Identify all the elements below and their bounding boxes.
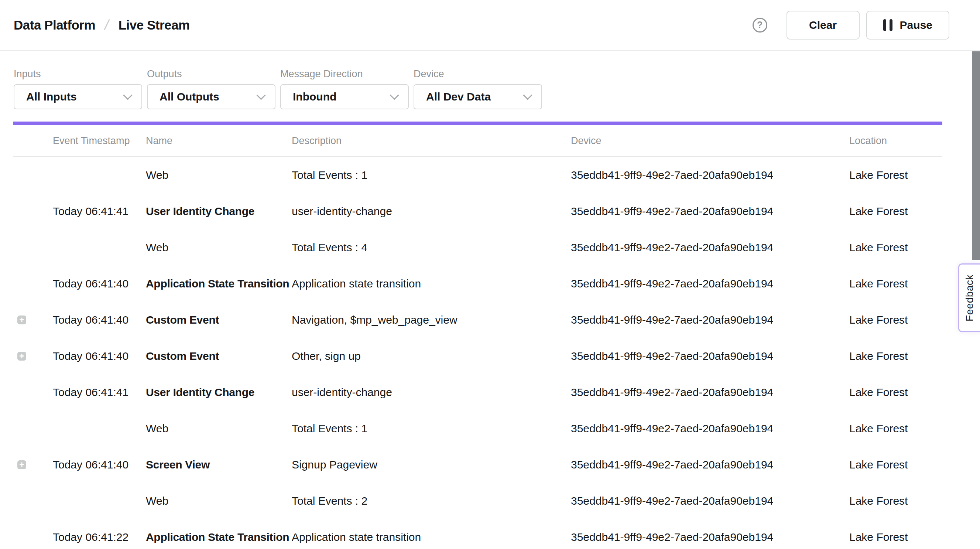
breadcrumb-section[interactable]: Data Platform: [14, 18, 95, 32]
help-icon[interactable]: ?: [752, 18, 767, 32]
table-row[interactable]: + Today 06:41:40 Application State Trans…: [13, 266, 942, 302]
event-description-cell: Application state transition: [292, 278, 571, 290]
table-row[interactable]: + Web Total Events : 4 35eddb41-9ff9-49e…: [13, 230, 942, 266]
event-device-cell: 35eddb41-9ff9-49e2-7aed-20afa90eb194: [571, 205, 849, 218]
event-description-cell: Navigation, $mp_web_page_view: [292, 314, 571, 326]
event-location-cell: Lake Forest: [849, 241, 942, 254]
event-name-cell: Custom Event: [146, 350, 292, 362]
table-row[interactable]: + Web Total Events : 1 35eddb41-9ff9-49e…: [13, 410, 942, 447]
feedback-tab[interactable]: Feedback: [958, 263, 980, 332]
expand-cell: +: [13, 533, 53, 542]
event-name-cell: Application State Transition: [146, 531, 292, 543]
clear-button[interactable]: Clear: [786, 11, 860, 40]
expand-cell: +: [13, 460, 53, 469]
event-description-cell: Other, sign up: [292, 350, 571, 362]
event-location-cell: Lake Forest: [849, 458, 942, 471]
event-description-cell: user-identity-change: [292, 386, 571, 399]
column-header-location: Location: [849, 135, 942, 147]
event-location-cell: Lake Forest: [849, 495, 942, 507]
column-header-device: Device: [571, 135, 849, 147]
filter-inputs: Inputs All Inputs: [14, 69, 142, 109]
event-location-cell: Lake Forest: [849, 314, 942, 326]
chevron-down-icon: [123, 91, 132, 100]
event-name-cell: User Identity Change: [146, 386, 292, 399]
event-description-cell: Total Events : 1: [292, 169, 571, 181]
chevron-down-icon: [256, 91, 266, 100]
event-location-cell: Lake Forest: [849, 205, 942, 218]
expand-cell: +: [13, 243, 53, 252]
chevron-down-icon: [390, 91, 399, 100]
table-row[interactable]: + Web Total Events : 1 35eddb41-9ff9-49e…: [13, 157, 942, 193]
top-bar: Data Platform / Live Stream ? Clear Paus…: [0, 0, 980, 51]
outputs-select[interactable]: All Outputs: [147, 84, 275, 109]
message-direction-select[interactable]: Inbound: [280, 84, 409, 109]
breadcrumb-separator-icon: /: [103, 17, 110, 33]
inputs-select-value: All Inputs: [26, 91, 77, 103]
expand-row-button[interactable]: +: [18, 352, 26, 361]
event-device-cell: 35eddb41-9ff9-49e2-7aed-20afa90eb194: [571, 458, 849, 471]
table-row[interactable]: + Today 06:41:22 Application State Trans…: [13, 519, 942, 549]
scrollbar-thumb[interactable]: [972, 51, 980, 260]
event-timestamp-cell: Today 06:41:40: [53, 278, 146, 290]
table-header: Event Timestamp Name Description Device …: [13, 125, 942, 157]
event-timestamp-cell: Today 06:41:40: [53, 314, 146, 326]
filter-message-direction: Message Direction Inbound: [280, 69, 409, 109]
topbar-actions: ? Clear Pause: [752, 11, 949, 40]
event-location-cell: Lake Forest: [849, 350, 942, 362]
device-select[interactable]: All Dev Data: [414, 84, 542, 109]
expand-cell: +: [13, 424, 53, 433]
event-name-cell: Web: [146, 241, 292, 254]
inputs-select[interactable]: All Inputs: [14, 84, 142, 109]
event-description-cell: Total Events : 1: [292, 422, 571, 435]
table-row[interactable]: + Today 06:41:40 Screen View Signup Page…: [13, 447, 942, 483]
event-description-cell: Total Events : 4: [292, 241, 571, 254]
column-header-description: Description: [292, 135, 571, 147]
device-select-value: All Dev Data: [426, 91, 491, 103]
outputs-select-value: All Outputs: [159, 91, 220, 103]
breadcrumb: Data Platform / Live Stream: [14, 17, 190, 33]
event-name-cell: Custom Event: [146, 314, 292, 326]
message-direction-select-value: Inbound: [293, 91, 336, 103]
filter-device: Device All Dev Data: [414, 69, 542, 109]
filter-outputs: Outputs All Outputs: [147, 69, 275, 109]
filter-message-direction-label: Message Direction: [280, 69, 409, 80]
event-name-cell: Web: [146, 495, 292, 507]
pause-icon: [883, 19, 892, 31]
expand-cell: +: [13, 171, 53, 180]
table-row[interactable]: + Today 06:41:41 User Identity Change us…: [13, 374, 942, 410]
event-name-cell: Screen View: [146, 458, 292, 471]
table-row[interactable]: + Today 06:41:40 Custom Event Navigation…: [13, 302, 942, 338]
event-location-cell: Lake Forest: [849, 386, 942, 399]
expand-cell: +: [13, 279, 53, 288]
table-body: + Web Total Events : 1 35eddb41-9ff9-49e…: [0, 157, 980, 549]
event-device-cell: 35eddb41-9ff9-49e2-7aed-20afa90eb194: [571, 314, 849, 326]
table-row[interactable]: + Today 06:41:40 Custom Event Other, sig…: [13, 338, 942, 374]
feedback-tab-label: Feedback: [964, 274, 975, 321]
event-device-cell: 35eddb41-9ff9-49e2-7aed-20afa90eb194: [571, 278, 849, 290]
plus-icon: +: [19, 461, 24, 469]
chevron-down-icon: [523, 91, 532, 100]
column-header-name: Name: [146, 135, 292, 147]
clear-button-label: Clear: [809, 19, 837, 31]
filter-outputs-label: Outputs: [147, 69, 275, 80]
expand-cell: +: [13, 207, 53, 216]
table-row[interactable]: + Today 06:41:41 User Identity Change us…: [13, 193, 942, 230]
pause-button[interactable]: Pause: [866, 11, 949, 40]
event-name-cell: Application State Transition: [146, 278, 292, 290]
filter-device-label: Device: [414, 69, 542, 80]
event-location-cell: Lake Forest: [849, 278, 942, 290]
event-timestamp-cell: Today 06:41:40: [53, 350, 146, 362]
event-device-cell: 35eddb41-9ff9-49e2-7aed-20afa90eb194: [571, 386, 849, 399]
event-device-cell: 35eddb41-9ff9-49e2-7aed-20afa90eb194: [571, 169, 849, 181]
expand-row-button[interactable]: +: [18, 460, 26, 469]
event-device-cell: 35eddb41-9ff9-49e2-7aed-20afa90eb194: [571, 531, 849, 543]
event-name-cell: Web: [146, 422, 292, 435]
event-description-cell: Total Events : 2: [292, 495, 571, 507]
expand-cell: +: [13, 388, 53, 397]
plus-icon: +: [19, 316, 24, 324]
event-timestamp-cell: Today 06:41:40: [53, 458, 146, 471]
event-timestamp-cell: Today 06:41:22: [53, 531, 146, 543]
event-location-cell: Lake Forest: [849, 422, 942, 435]
table-row[interactable]: + Web Total Events : 2 35eddb41-9ff9-49e…: [13, 483, 942, 519]
expand-row-button[interactable]: +: [18, 316, 26, 324]
